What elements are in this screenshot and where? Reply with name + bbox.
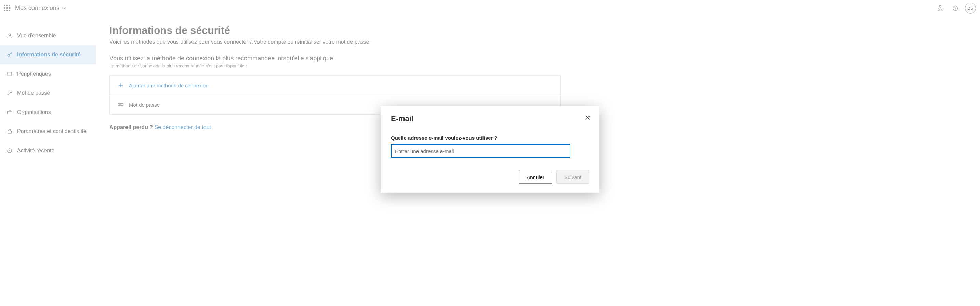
cancel-button[interactable]: Annuler xyxy=(519,170,552,184)
close-button[interactable] xyxy=(583,113,593,123)
modal-title: E-mail xyxy=(391,114,589,123)
modal-overlay: E-mail Quelle adresse e-mail voulez-vous… xyxy=(0,0,980,306)
email-modal: E-mail Quelle adresse e-mail voulez-vous… xyxy=(380,106,600,193)
close-icon xyxy=(585,115,590,120)
modal-label: Quelle adresse e-mail voulez-vous utilis… xyxy=(391,135,589,141)
next-button: Suivant xyxy=(556,170,589,184)
email-input[interactable] xyxy=(391,144,570,158)
